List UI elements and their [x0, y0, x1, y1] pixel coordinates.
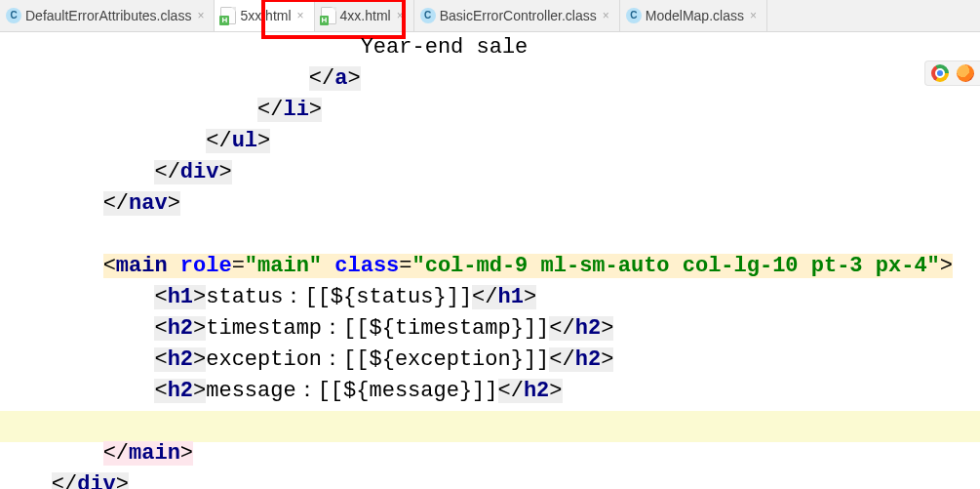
close-icon[interactable]: × — [295, 9, 306, 22]
editor-tabbar: DefaultErrorAttributes.class × 5xx.html … — [0, 0, 980, 32]
close-icon[interactable]: × — [395, 9, 406, 22]
code-tag: main — [116, 254, 168, 278]
code-tag: div — [180, 160, 219, 184]
code-tag: h1 — [498, 285, 524, 309]
code-text: timestamp：[[${timestamp}]] — [206, 316, 549, 341]
code-attr-value: "main" — [245, 254, 322, 278]
tab-default-error-attributes[interactable]: DefaultErrorAttributes.class × — [0, 0, 215, 31]
code-tag: div — [77, 472, 116, 489]
code-tag: nav — [129, 191, 168, 216]
code-tag: h1 — [168, 285, 193, 309]
code-content: Year-end sale </a> </li> </ul> </div> </… — [0, 32, 953, 489]
java-file-icon — [626, 8, 642, 23]
code-tag: h2 — [575, 316, 601, 341]
java-file-icon — [420, 8, 436, 23]
code-tag: ul — [232, 129, 257, 153]
close-icon[interactable]: × — [195, 9, 206, 22]
code-text: exception：[[${exception}]] — [206, 347, 549, 372]
html-file-icon — [321, 7, 336, 24]
tab-4xx-html[interactable]: 4xx.html × — [315, 0, 414, 31]
code-text: message：[[${message}]] — [206, 379, 497, 403]
tab-label: 4xx.html — [340, 8, 391, 23]
code-tag: h2 — [168, 379, 193, 403]
code-attr-value: "col-md-9 ml-sm-auto col-lg-10 pt-3 px-4… — [412, 254, 940, 278]
code-tag: main — [129, 441, 180, 466]
code-tag: h2 — [168, 347, 193, 372]
code-attr-name: class — [334, 254, 399, 278]
code-editor[interactable]: Year-end sale </a> </li> </ul> </div> </… — [0, 32, 980, 489]
code-text: Year-end sale — [361, 35, 529, 60]
tab-label: DefaultErrorAttributes.class — [25, 8, 191, 23]
tab-label: BasicErrorController.class — [440, 8, 597, 23]
java-file-icon — [6, 8, 21, 23]
code-tag: h2 — [168, 316, 193, 341]
tab-label: ModelMap.class — [646, 8, 744, 23]
close-icon[interactable]: × — [601, 9, 611, 22]
code-tag: a — [334, 66, 347, 91]
close-icon[interactable]: × — [748, 9, 759, 22]
code-text: status：[[${status}]] — [206, 285, 472, 309]
html-file-icon — [220, 7, 236, 24]
code-attr-name: role — [180, 254, 232, 278]
tab-basic-error-controller[interactable]: BasicErrorController.class × — [414, 0, 620, 31]
tab-label: 5xx.html — [240, 8, 291, 23]
tabbar-fill — [767, 0, 980, 31]
code-tag: li — [283, 98, 308, 122]
tab-5xx-html[interactable]: 5xx.html × — [215, 0, 314, 31]
code-tag: h2 — [575, 347, 601, 372]
tab-modelmap[interactable]: ModelMap.class × — [620, 0, 767, 31]
code-tag: h2 — [524, 379, 549, 403]
